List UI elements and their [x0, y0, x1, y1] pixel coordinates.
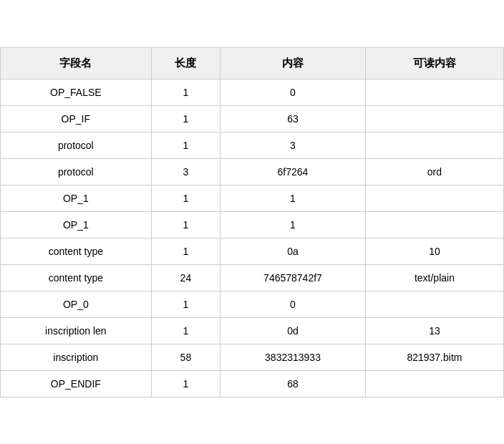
cell-length: 1 — [151, 211, 220, 238]
table-row: OP_ENDIF168 — [1, 370, 504, 397]
cell-field: OP_ENDIF — [1, 370, 152, 397]
cell-content: 0 — [220, 291, 366, 317]
cell-content: 6f7264 — [220, 158, 366, 185]
table-row: content type10a10 — [1, 238, 504, 264]
cell-field: OP_1 — [1, 211, 152, 238]
table-row: OP_111 — [1, 211, 504, 238]
cell-content: 63 — [220, 105, 366, 132]
cell-field: inscription len — [1, 317, 152, 344]
cell-field: content type — [1, 238, 152, 264]
cell-readable — [365, 370, 503, 397]
cell-readable — [365, 132, 503, 158]
table-row: OP_IF163 — [1, 105, 504, 132]
table-row: inscription583832313933821937.bitm — [1, 344, 504, 370]
table-row: protocol13 — [1, 132, 504, 158]
cell-readable — [365, 291, 503, 317]
cell-content: 3 — [220, 132, 366, 158]
cell-readable — [365, 79, 503, 105]
cell-length: 1 — [151, 370, 220, 397]
table-container: 字段名 长度 内容 可读内容 OP_FALSE10OP_IF163protoco… — [0, 40, 504, 405]
cell-length: 1 — [151, 291, 220, 317]
header-content: 内容 — [220, 47, 366, 79]
table-row: content type24746578742f7text/plain — [1, 264, 504, 291]
cell-length: 1 — [151, 317, 220, 344]
cell-content: 0a — [220, 238, 366, 264]
cell-readable — [365, 211, 503, 238]
table-row: inscription len10d13 — [1, 317, 504, 344]
cell-readable: 10 — [365, 238, 503, 264]
cell-length: 3 — [151, 158, 220, 185]
cell-field: OP_0 — [1, 291, 152, 317]
table-row: protocol36f7264ord — [1, 158, 504, 185]
cell-content: 3832313933 — [220, 344, 366, 370]
cell-field: protocol — [1, 132, 152, 158]
cell-content: 0 — [220, 79, 366, 105]
cell-length: 1 — [151, 238, 220, 264]
cell-field: OP_1 — [1, 185, 152, 211]
table-row: OP_010 — [1, 291, 504, 317]
cell-field: OP_FALSE — [1, 79, 152, 105]
cell-readable: 13 — [365, 317, 503, 344]
cell-length: 1 — [151, 105, 220, 132]
header-readable: 可读内容 — [365, 47, 503, 79]
cell-content: 0d — [220, 317, 366, 344]
header-field: 字段名 — [1, 47, 152, 79]
cell-content: 68 — [220, 370, 366, 397]
cell-length: 1 — [151, 79, 220, 105]
cell-content: 1 — [220, 211, 366, 238]
cell-readable: ord — [365, 158, 503, 185]
cell-field: content type — [1, 264, 152, 291]
header-length: 长度 — [151, 47, 220, 79]
cell-content: 1 — [220, 185, 366, 211]
cell-length: 1 — [151, 132, 220, 158]
cell-readable — [365, 105, 503, 132]
table-header-row: 字段名 长度 内容 可读内容 — [1, 47, 504, 79]
cell-length: 58 — [151, 344, 220, 370]
table-row: OP_FALSE10 — [1, 79, 504, 105]
cell-field: protocol — [1, 158, 152, 185]
cell-field: OP_IF — [1, 105, 152, 132]
cell-content: 746578742f7 — [220, 264, 366, 291]
cell-readable: text/plain — [365, 264, 503, 291]
table-row: OP_111 — [1, 185, 504, 211]
cell-readable: 821937.bitm — [365, 344, 503, 370]
cell-readable — [365, 185, 503, 211]
data-table: 字段名 长度 内容 可读内容 OP_FALSE10OP_IF163protoco… — [0, 47, 504, 397]
cell-length: 1 — [151, 185, 220, 211]
cell-field: inscription — [1, 344, 152, 370]
cell-length: 24 — [151, 264, 220, 291]
